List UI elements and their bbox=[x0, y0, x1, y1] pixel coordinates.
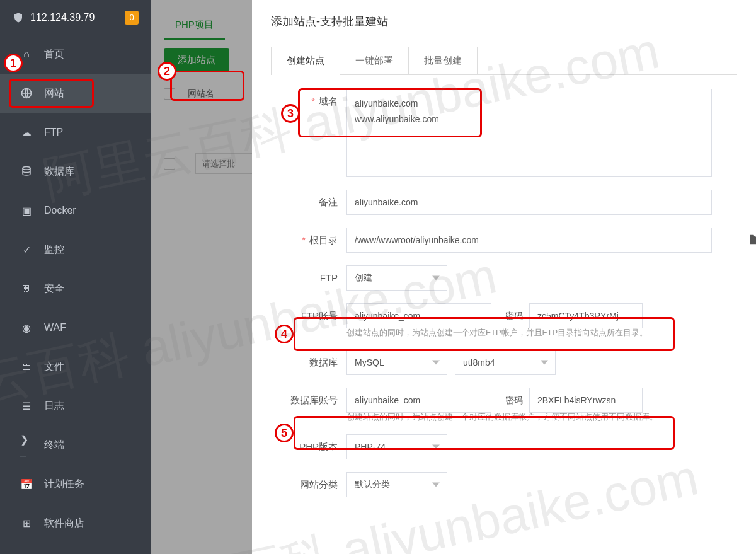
root-input[interactable] bbox=[346, 228, 712, 253]
sidebar-item-label: 计划任务 bbox=[44, 478, 84, 491]
chevron-down-icon bbox=[432, 445, 440, 449]
sidebar-item-docker[interactable]: ▣ Docker bbox=[0, 191, 151, 230]
chevron-down-icon bbox=[432, 276, 440, 280]
label-db-user: 数据库账号 bbox=[271, 388, 346, 413]
sidebar-item-files[interactable]: 🗀 文件 bbox=[0, 347, 151, 386]
add-site-modal: 添加站点-支持批量建站 创建站点 一键部署 批量创建 *域名 备注 *根目录 F… bbox=[252, 0, 756, 554]
waf-icon: ◉ bbox=[20, 321, 33, 334]
server-ip: 112.124.39.79 bbox=[30, 12, 125, 23]
security-shield-icon: ⛨ bbox=[20, 282, 33, 295]
tab-one-click-deploy[interactable]: 一键部署 bbox=[340, 47, 409, 74]
category-select[interactable]: 默认分类 bbox=[346, 472, 447, 497]
sidebar-item-database[interactable]: 数据库 bbox=[0, 152, 151, 191]
chevron-down-icon bbox=[541, 361, 548, 365]
sidebar-item-website[interactable]: 网站 bbox=[0, 74, 151, 113]
svg-point-1 bbox=[23, 167, 30, 170]
shield-icon bbox=[13, 11, 24, 24]
home-icon: ⌂ bbox=[20, 48, 33, 61]
sidebar-item-label: WAF bbox=[44, 322, 66, 333]
php-version-select[interactable]: PHP-74 bbox=[346, 434, 447, 459]
modal-title: 添加站点-支持批量建站 bbox=[271, 0, 737, 47]
sidebar-item-waf[interactable]: ◉ WAF bbox=[0, 308, 151, 347]
db-charset-select[interactable]: utf8mb4 bbox=[455, 350, 556, 375]
sidebar-item-label: FTP bbox=[44, 127, 63, 138]
terminal-icon: ❯_ bbox=[20, 439, 33, 451]
database-icon bbox=[20, 165, 33, 178]
sidebar-item-label: 终端 bbox=[44, 439, 64, 452]
ftp-password-input[interactable] bbox=[529, 303, 643, 328]
sidebar-item-ftp[interactable]: ☁ FTP bbox=[0, 113, 151, 152]
tab-batch-create[interactable]: 批量创建 bbox=[408, 47, 478, 74]
db-user-input[interactable] bbox=[346, 388, 491, 413]
label-root: *根目录 bbox=[271, 228, 346, 253]
label-ftp-password: 密码 bbox=[491, 303, 529, 328]
sidebar-item-logs[interactable]: ☰ 日志 bbox=[0, 386, 151, 425]
folder-picker-icon[interactable] bbox=[748, 234, 756, 245]
annotation-marker-4: 4 bbox=[275, 325, 294, 343]
db-password-input[interactable] bbox=[529, 388, 643, 413]
annotation-marker-3: 3 bbox=[281, 104, 300, 123]
sidebar: 112.124.39.79 0 ⌂ 首页 网站 ☁ FTP 数据库 ▣ Dock… bbox=[0, 0, 151, 554]
globe-icon bbox=[20, 87, 33, 100]
ftp-user-input[interactable] bbox=[346, 303, 491, 328]
sidebar-item-label: 文件 bbox=[44, 361, 64, 374]
docker-icon: ▣ bbox=[20, 204, 33, 217]
label-category: 网站分类 bbox=[271, 472, 346, 497]
sidebar-item-cron[interactable]: 📅 计划任务 bbox=[0, 465, 151, 504]
sidebar-item-label: 监控 bbox=[44, 243, 64, 257]
sidebar-item-appstore[interactable]: ⊞ 软件商店 bbox=[0, 504, 151, 543]
db-type-select[interactable]: MySQL bbox=[346, 350, 447, 375]
remark-input[interactable] bbox=[346, 190, 712, 215]
tab-create-site[interactable]: 创建站点 bbox=[271, 47, 340, 74]
modal-tabs: 创建站点 一键部署 批量创建 bbox=[271, 47, 737, 75]
calendar-icon: 📅 bbox=[20, 478, 33, 490]
annotation-marker-1: 1 bbox=[4, 54, 23, 72]
sidebar-header: 112.124.39.79 0 bbox=[0, 0, 151, 35]
notification-badge[interactable]: 0 bbox=[125, 11, 139, 25]
monitor-icon: ✓ bbox=[20, 243, 33, 256]
grid-icon: ⊞ bbox=[20, 517, 33, 529]
ftp-select[interactable]: 创建 bbox=[346, 265, 447, 291]
sidebar-item-label: 日志 bbox=[44, 400, 64, 413]
sidebar-item-label: 数据库 bbox=[44, 165, 74, 178]
sidebar-item-label: 网站 bbox=[44, 87, 64, 100]
db-hint: 创建站点的同时，为站点创建一个对应的数据库帐户，方便不同站点使用不同数据库。 bbox=[346, 412, 737, 423]
annotation-marker-5: 5 bbox=[275, 424, 294, 442]
logs-icon: ☰ bbox=[20, 400, 33, 412]
ftp-hint: 创建站点的同时，为站点创建一个对应FTP帐户，并且FTP目录指向站点所在目录。 bbox=[346, 327, 737, 338]
sidebar-item-label: 安全 bbox=[44, 282, 64, 296]
sidebar-item-monitor[interactable]: ✓ 监控 bbox=[0, 230, 151, 269]
sidebar-item-home[interactable]: ⌂ 首页 bbox=[0, 35, 151, 74]
folder-icon: 🗀 bbox=[20, 361, 33, 373]
sidebar-item-label: 首页 bbox=[44, 48, 64, 61]
annotation-marker-2: 2 bbox=[158, 62, 176, 81]
label-db-password: 密码 bbox=[491, 388, 529, 413]
sidebar-item-security[interactable]: ⛨ 安全 bbox=[0, 269, 151, 308]
label-ftp: FTP bbox=[271, 265, 346, 291]
sidebar-item-label: Docker bbox=[44, 205, 76, 216]
ftp-icon: ☁ bbox=[20, 126, 33, 139]
label-database: 数据库 bbox=[271, 350, 346, 375]
chevron-down-icon bbox=[432, 483, 440, 487]
label-remark: 备注 bbox=[271, 190, 346, 215]
chevron-down-icon bbox=[432, 361, 440, 365]
sidebar-item-terminal[interactable]: ❯_ 终端 bbox=[0, 425, 151, 465]
sidebar-item-label: 软件商店 bbox=[44, 517, 84, 530]
domain-textarea[interactable] bbox=[346, 89, 712, 177]
